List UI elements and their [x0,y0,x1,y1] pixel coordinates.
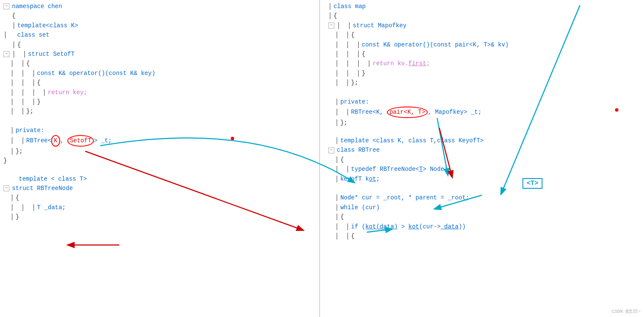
line-brace4: │ │ │ { [0,78,319,87]
line-brace2: │ { [0,40,319,49]
line-close-struct-map: │ │ }; [325,78,644,87]
line-brace-op-map: │ │ │ { [325,49,644,59]
line-rbtree-map: │ │ RBTree<K, pair<K, T>, Mapofkey> _t; [325,107,644,118]
line-close-class-set: │ }; [0,147,319,156]
line-empty3 [325,184,644,193]
line-keyoft-kot: │ keyofT kot; [325,174,644,184]
line-class-set: │− class set [0,30,319,40]
line-template-class-k: │ template<class K> [0,21,319,30]
line-struct-mapofkey: − │ │ struct Mapofkey [325,21,644,30]
line-template-t: template < class T> [0,174,319,184]
line-brace-node: │ { [0,193,319,202]
line-brace-if: │ │ { [325,231,644,241]
line-brace-while: │ { [325,212,644,222]
collapse-rbtreenode[interactable]: − [3,185,9,191]
line-while-cur: │ while (cur) [325,203,644,212]
collapse-mapofkey[interactable]: − [328,23,334,29]
line-if-kot: │ │ if (kot(data) > kot(cur->_data)) [325,222,644,231]
collapse-setoft[interactable]: − [3,51,9,57]
line-brace-rbtree: │ { [325,155,644,164]
circle-setoft: SetofT [67,135,94,146]
watermark: CSDN @念旧~ [612,308,641,314]
line-typedef-node: │ │ typedef RBTreeNode<T> Node; [325,164,644,174]
line-private-map: │ private: [325,97,644,107]
line-template-rbtree: │ template <class K, class T,class Keyof… [325,136,644,145]
right-panel: │ class map │ { − │ │ struct Mapofkey │ … [320,0,644,317]
left-panel: − namespace chen { │ template<class K> │… [0,0,320,317]
line-class-map: │ class map [325,2,644,11]
circle-pair-kt: pair<K, T> [387,107,428,118]
line-class-rbtree: − class RBTree [325,145,644,155]
line-operator-set: │ │ │ const K& operator()(const K& key) [0,69,319,78]
line-brace-map: │ { [325,11,644,20]
collapse-namespace[interactable]: − [3,3,9,9]
line-operator-map: │ │ │ const K& operator()(const pair<K, … [325,40,644,49]
line-t-data: │ │ │ T _data; [0,203,319,212]
line-return-key: │ │ │ │ return key; [0,88,319,97]
line-close-namespace: } [0,156,319,165]
main-container: − namespace chen { │ template<class K> │… [0,0,644,317]
line-close-op-map: │ │ │ } [325,69,644,78]
line-rbtree-set: │ │ RBTree<K, SetofT> _t; [0,135,319,146]
line-node-cur: │ Node* cur = _root, * parent = _root; [325,193,644,202]
line-close-struct-set: │ │ }; [0,107,319,116]
line-private-set: │ private: [0,126,319,135]
line-namespace: − namespace chen [0,2,319,11]
line-close-brace5: │ │ │ } [0,97,319,107]
line-empty2 [325,88,644,97]
dot-red-right [615,108,618,112]
line-struct-rbtreenode: − struct RBTreeNode [0,184,319,193]
line-brace3: │ │ { [0,59,319,68]
line-brace-mapofkey: │ │ { [325,30,644,40]
line-return-kv: │ │ │ │ return kv.first; [325,59,644,68]
line-close-brace-node: │ } [0,212,319,222]
line-close-class-map: │ }; [325,118,644,127]
annotation-t: <T> [522,178,542,189]
line-struct-setoft: − │ │ struct SetofT [0,49,319,59]
circle-k-set: K [51,135,60,146]
collapse-rbtree[interactable]: − [328,147,334,153]
line-brace1: { [0,11,319,20]
line-empty1 [0,116,319,126]
